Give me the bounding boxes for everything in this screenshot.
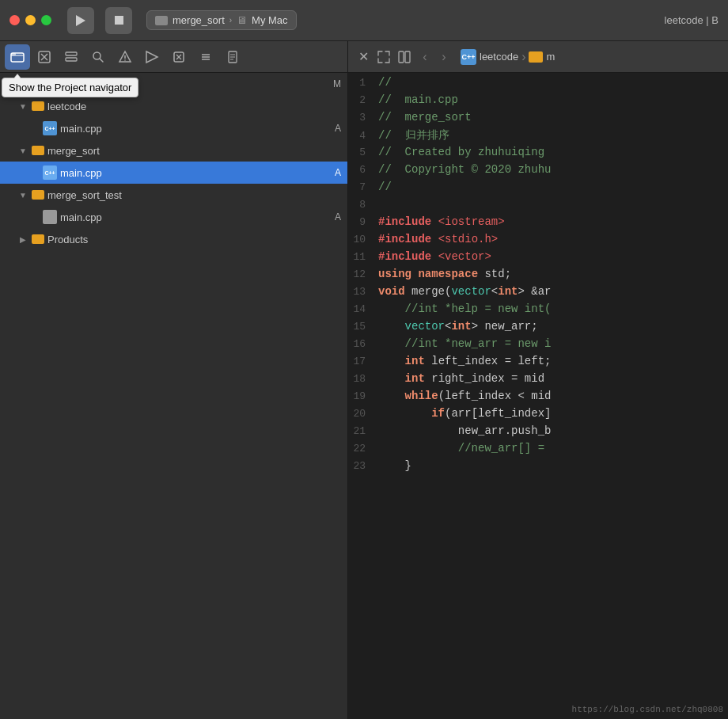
monitor-icon: 🖥 [237, 14, 247, 26]
folder-icon-leetcode [32, 101, 44, 111]
code-line-5: 5 // Created by zhuhuiqing [348, 146, 728, 163]
scheme-selector[interactable]: merge_sort › 🖥 My Mac [146, 10, 297, 30]
sidebar-item-products-folder[interactable]: Products [0, 228, 347, 250]
sidebar-item-merge-sort-main[interactable]: C++ main.cpp A [0, 162, 347, 184]
line-num-1: 1 [348, 77, 378, 89]
line-num-4: 4 [348, 130, 378, 142]
line-content-6: // Copyright © 2020 zhuhu [378, 163, 551, 176]
disclosure-merge-sort[interactable] [17, 145, 28, 156]
split-editor-button[interactable] [396, 48, 413, 66]
svg-rect-20 [405, 51, 410, 63]
line-content-11: #include <vector> [378, 250, 491, 263]
line-num-17: 17 [348, 356, 378, 367]
disclosure-leetcode[interactable] [17, 101, 28, 112]
titlebar: merge_sort › 🖥 My Mac leetcode | B [0, 0, 728, 41]
minimize-button[interactable] [25, 15, 36, 25]
code-line-4: 4 // 归并排序 [348, 128, 728, 146]
line-content-23: } [378, 459, 411, 472]
editor-controls: ✕ ‹ › C++ leetcode › m [348, 41, 728, 72]
disclosure-merge-sort-test[interactable] [17, 189, 28, 200]
source-control-icon[interactable] [32, 44, 57, 70]
code-line-14: 14 //int *help = new int( [348, 302, 728, 320]
expand-editor-button[interactable] [375, 48, 392, 66]
code-line-15: 15 vector<int> new_arr; [348, 320, 728, 337]
scheme-device: My Mac [252, 14, 288, 26]
sidebar-leetcode-main-label: main.cpp [60, 123, 332, 135]
code-line-9: 9 #include <iostream> [348, 215, 728, 233]
line-num-3: 3 [348, 112, 378, 124]
traffic-lights [9, 15, 51, 25]
svg-line-8 [100, 59, 103, 62]
folder-icon-merge-sort-test [32, 190, 44, 200]
report-navigator-icon[interactable] [220, 44, 245, 70]
line-content-2: // main.cpp [378, 93, 458, 106]
folder-icon-products [32, 234, 44, 244]
line-content-22: //new_arr[] = [378, 442, 544, 455]
svg-rect-5 [66, 52, 77, 55]
code-line-22: 22 //new_arr[] = [348, 442, 728, 459]
close-button[interactable] [9, 15, 20, 25]
code-line-3: 3 // merge_sort [348, 111, 728, 128]
line-content-19: while(left_index < mid [378, 390, 551, 402]
cpp-file-icon-merge-sort-main: C++ [43, 165, 57, 180]
line-num-13: 13 [348, 286, 378, 298]
titlebar-right-text: leetcode | B [665, 14, 719, 26]
breadcrumb-folder-name[interactable]: m [546, 51, 555, 63]
file-type-icon: C++ [461, 49, 476, 65]
forward-arrow-button[interactable]: › [435, 48, 453, 66]
code-line-21: 21 new_arr.push_b [348, 424, 728, 442]
breadcrumb-folder-icon [529, 51, 543, 63]
sidebar-item-merge-sort-test-folder[interactable]: merge_sort_test [0, 184, 347, 206]
nav-arrows: ‹ › [416, 48, 453, 66]
sidebar-item-merge-sort-folder[interactable]: merge_sort [0, 139, 347, 162]
sidebar-item-leetcode-main[interactable]: C++ main.cpp A [0, 117, 347, 139]
run-button[interactable] [67, 7, 94, 34]
line-num-2: 2 [348, 94, 378, 106]
line-num-20: 20 [348, 408, 378, 420]
sidebar-leetcode-main-badge: A [335, 123, 341, 134]
code-line-10: 10 #include <stdio.h> [348, 233, 728, 250]
line-content-4: // 归并排序 [378, 128, 449, 143]
line-num-12: 12 [348, 268, 378, 280]
line-content-17: int left_index = left; [378, 355, 551, 367]
maximize-button[interactable] [41, 15, 51, 25]
line-num-21: 21 [348, 425, 378, 437]
code-line-18: 18 int right_index = mid [348, 372, 728, 390]
line-num-22: 22 [348, 443, 378, 455]
line-content-15: vector<int> new_arr; [378, 320, 538, 333]
code-line-7: 7 // [348, 181, 728, 198]
find-navigator-icon[interactable] [85, 44, 111, 70]
code-lines: 1 // 2 // main.cpp 3 // merge_sort 4 // … [348, 73, 728, 480]
line-content-7: // [378, 181, 392, 193]
line-content-21: new_arr.push_b [378, 424, 551, 437]
code-line-13: 13 void merge(vector<int> &ar [348, 285, 728, 302]
close-editor-button[interactable]: ✕ [355, 48, 372, 66]
sidebar-item-merge-sort-test-main[interactable]: main.cpp A [0, 206, 347, 228]
project-navigator-icon[interactable] [5, 44, 30, 70]
line-content-12: using namespace std; [378, 268, 511, 280]
disclosure-products[interactable] [17, 234, 28, 245]
code-editor[interactable]: 1 // 2 // main.cpp 3 // merge_sort 4 // … [348, 73, 728, 719]
test-navigator-icon[interactable] [139, 44, 165, 70]
line-content-20: if(arr[left_index] [378, 407, 551, 420]
scheme-name: merge_sort [173, 14, 225, 26]
back-arrow-button[interactable]: ‹ [416, 48, 434, 66]
line-content-10: #include <stdio.h> [378, 233, 498, 245]
line-num-10: 10 [348, 234, 378, 245]
breakpoint-navigator-icon[interactable] [193, 44, 218, 70]
line-num-9: 9 [348, 216, 378, 228]
cpp-file-icon-leetcode-main: C++ [43, 121, 57, 135]
debug-navigator-icon[interactable] [166, 44, 191, 70]
line-content-9: #include <iostream> [378, 215, 505, 228]
issue-navigator-icon[interactable] [112, 44, 138, 70]
line-content-13: void merge(vector<int> &ar [378, 285, 552, 298]
line-content-14: //int *help = new int( [378, 302, 551, 315]
stop-button[interactable] [105, 7, 132, 34]
svg-marker-11 [146, 51, 157, 63]
symbol-navigator-icon[interactable] [59, 44, 84, 70]
sidebar-item-leetcode-folder[interactable]: leetcode [0, 95, 347, 117]
code-line-8: 8 [348, 198, 728, 215]
breadcrumb-app-name[interactable]: leetcode [480, 51, 518, 63]
line-content-8 [378, 198, 385, 211]
line-num-5: 5 [348, 146, 378, 158]
